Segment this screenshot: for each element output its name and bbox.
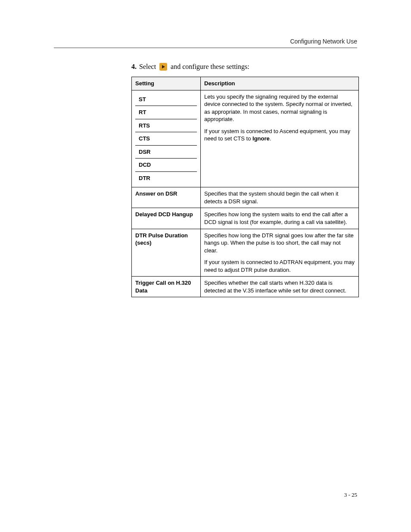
play-icon <box>159 63 167 71</box>
signal-item: DCD <box>135 159 197 172</box>
setting-name: Delayed DCD Hangup <box>132 208 201 229</box>
setting-description: Specifies how long the system waits to e… <box>201 208 359 229</box>
signal-item: DSR <box>135 146 197 159</box>
setting-description: Specifies that the system should begin t… <box>201 187 359 208</box>
header-rule <box>54 47 357 48</box>
desc-paragraph: Lets you specify the signaling required … <box>204 93 355 123</box>
desc-text: . <box>270 135 271 142</box>
step-line: 4. Select and configure these settings: <box>131 63 359 71</box>
signal-item: CTS <box>135 132 197 146</box>
setting-description: Specifies whether the call starts when H… <box>201 277 359 297</box>
step-text-after: and configure these settings: <box>171 63 249 71</box>
table-row: ST RT RTS CTS DSR DCD DTR Lets you speci… <box>132 90 359 187</box>
table-row: Delayed DCD Hangup Specifies how long th… <box>132 208 359 229</box>
signal-group-description: Lets you specify the signaling required … <box>201 90 359 187</box>
setting-name: Trigger Call on H.320 Data <box>132 277 201 297</box>
signal-item: RTS <box>135 119 197 133</box>
step-text-before: Select <box>139 63 156 71</box>
desc-paragraph: If your system is connected to Ascend eq… <box>204 128 355 143</box>
setting-description: Specifies how long the DTR signal goes l… <box>201 229 359 277</box>
col-header-description: Description <box>201 77 359 90</box>
table-row: Answer on DSR Specifies that the system … <box>132 187 359 208</box>
setting-name: DTR Pulse Duration (secs) <box>132 229 201 277</box>
desc-bold: Ignore <box>252 135 270 142</box>
main-content: 4. Select and configure these settings: … <box>131 63 359 297</box>
desc-paragraph: If your system is connected to ADTRAN eq… <box>204 258 355 274</box>
signal-item: RT <box>135 106 197 119</box>
signal-item: DTR <box>135 172 197 185</box>
page: Configuring Network Use 4. Select and co… <box>0 0 411 532</box>
signal-item: ST <box>135 93 197 106</box>
table-header-row: Setting Description <box>132 77 359 90</box>
running-header: Configuring Network Use <box>54 38 357 45</box>
signal-group-cell: ST RT RTS CTS DSR DCD DTR <box>132 90 201 187</box>
table-row: Trigger Call on H.320 Data Specifies whe… <box>132 277 359 297</box>
desc-text: If your system is connected to Ascend eq… <box>204 128 350 142</box>
desc-paragraph: Specifies how long the DTR signal goes l… <box>204 232 355 255</box>
setting-name: Answer on DSR <box>132 187 201 208</box>
page-number: 3 - 25 <box>344 492 357 498</box>
table-row: DTR Pulse Duration (secs) Specifies how … <box>132 229 359 277</box>
step-number: 4. <box>131 63 137 71</box>
settings-table: Setting Description ST RT RTS CTS DSR DC… <box>131 77 359 297</box>
svg-marker-0 <box>162 65 165 68</box>
col-header-setting: Setting <box>132 77 201 90</box>
